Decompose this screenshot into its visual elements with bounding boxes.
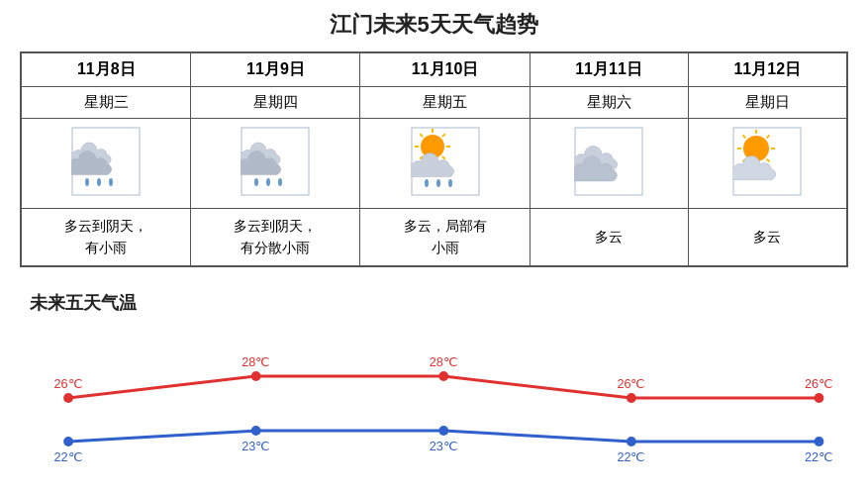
svg-line-17 xyxy=(441,134,444,137)
date-row: 11月8日11月9日11月10日11月11日11月12日 xyxy=(21,52,847,87)
svg-line-15 xyxy=(420,134,423,137)
svg-point-46 xyxy=(627,437,636,446)
svg-line-11 xyxy=(441,156,444,159)
svg-point-44 xyxy=(627,393,636,403)
svg-point-20 xyxy=(448,179,452,187)
svg-point-42 xyxy=(438,426,448,436)
icon-cell xyxy=(21,119,191,209)
weekday-cell: 星期四 xyxy=(191,87,360,119)
svg-point-2 xyxy=(97,178,101,186)
svg-line-29 xyxy=(743,136,746,139)
desc-cell: 多云 xyxy=(688,209,847,266)
icon-cell xyxy=(360,119,530,209)
svg-point-6 xyxy=(266,178,270,186)
desc-cell: 多云 xyxy=(530,209,688,266)
svg-point-34 xyxy=(63,437,73,446)
svg-text:28℃: 28℃ xyxy=(241,354,270,369)
svg-text:28℃: 28℃ xyxy=(430,354,458,369)
svg-point-36 xyxy=(251,371,261,381)
date-cell: 11月12日 xyxy=(688,52,847,87)
desc-row: 多云到阴天，有小雨多云到阴天，有分散小雨多云，局部有小雨多云多云 xyxy=(21,209,847,266)
svg-point-1 xyxy=(85,178,89,186)
weather-table: 11月8日11月9日11月10日11月11日11月12日 星期三星期四星期五星期… xyxy=(20,51,848,267)
svg-line-25 xyxy=(767,159,770,162)
svg-text:22℃: 22℃ xyxy=(617,449,645,464)
temp-section: 未来五天气温 26℃22℃28℃23℃28℃23℃26℃22℃26℃22℃ xyxy=(20,291,848,483)
desc-cell: 多云，局部有小雨 xyxy=(360,209,530,266)
desc-cell: 多云到阴天，有分散小雨 xyxy=(191,209,360,266)
weekday-row: 星期三星期四星期五星期六星期日 xyxy=(21,87,847,119)
svg-point-38 xyxy=(251,426,261,436)
svg-point-50 xyxy=(815,437,824,446)
svg-point-32 xyxy=(63,393,73,403)
weekday-cell: 星期五 xyxy=(360,87,530,119)
page-title: 江门未来5天天气趋势 xyxy=(20,10,848,40)
svg-text:23℃: 23℃ xyxy=(241,439,270,453)
date-cell: 11月9日 xyxy=(191,52,360,87)
svg-point-18 xyxy=(425,179,429,187)
icon-cell xyxy=(688,119,847,209)
desc-cell: 多云到阴天，有小雨 xyxy=(21,209,191,266)
icon-row xyxy=(21,119,847,209)
svg-text:22℃: 22℃ xyxy=(805,449,833,464)
svg-text:23℃: 23℃ xyxy=(430,439,458,453)
date-cell: 11月10日 xyxy=(360,52,530,87)
svg-point-19 xyxy=(436,179,440,187)
temp-section-title: 未来五天气温 xyxy=(30,291,838,315)
svg-point-48 xyxy=(815,393,824,403)
chart-container: 26℃22℃28℃23℃28℃23℃26℃22℃26℃22℃ xyxy=(30,325,838,483)
icon-cell xyxy=(191,119,360,209)
weekday-cell: 星期日 xyxy=(688,87,847,119)
weekday-cell: 星期六 xyxy=(530,87,688,119)
svg-point-7 xyxy=(278,178,282,186)
temperature-chart: 26℃22℃28℃23℃28℃23℃26℃22℃26℃22℃ xyxy=(30,325,838,483)
svg-point-40 xyxy=(438,371,448,381)
svg-text:26℃: 26℃ xyxy=(54,376,83,391)
svg-text:22℃: 22℃ xyxy=(54,449,83,464)
svg-point-5 xyxy=(254,178,258,186)
svg-text:26℃: 26℃ xyxy=(805,376,833,391)
icon-cell xyxy=(530,119,688,209)
svg-point-3 xyxy=(109,178,113,186)
weekday-cell: 星期三 xyxy=(21,87,191,119)
svg-line-31 xyxy=(767,136,770,139)
date-cell: 11月8日 xyxy=(21,52,191,87)
date-cell: 11月11日 xyxy=(530,52,688,87)
svg-text:26℃: 26℃ xyxy=(617,376,645,391)
